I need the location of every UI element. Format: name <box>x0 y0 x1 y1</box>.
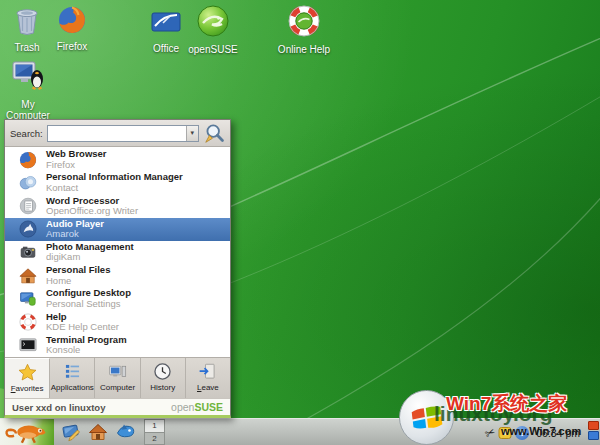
menu-item-subtitle: OpenOffice.org Writer <box>46 206 138 217</box>
menu-item-subtitle: Kontact <box>46 183 183 194</box>
menu-item-list: Web Browser Firefox Personal Information… <box>5 147 230 357</box>
opensuse-icon <box>195 3 231 39</box>
trash-icon <box>11 5 43 37</box>
menu-item-word-processor[interactable]: Word Processor OpenOffice.org Writer <box>5 194 230 217</box>
writer-icon <box>18 196 38 216</box>
desktop-icon-online-help[interactable]: Online Help <box>275 3 333 55</box>
menu-item-help[interactable]: Help KDE Help Center <box>5 311 230 334</box>
desktop-icon-firefox[interactable]: Firefox <box>43 4 101 52</box>
menu-item-subtitle: Home <box>46 276 110 287</box>
help-notifier-icon[interactable]: ? <box>515 426 529 440</box>
home-folder-icon[interactable] <box>88 422 108 442</box>
search-magnifier-icon[interactable] <box>203 121 225 145</box>
tab-label: Favorites <box>11 384 44 393</box>
tab-history[interactable]: History <box>141 358 186 398</box>
show-desktop-icon[interactable] <box>61 422 81 442</box>
office-icon <box>150 6 182 38</box>
desktop-icon-label: openSUSE <box>184 44 242 55</box>
kickoff-launcher-button[interactable] <box>0 419 54 445</box>
menu-item-subtitle: Firefox <box>46 160 107 171</box>
online-help-icon <box>286 3 322 39</box>
desktop-icon-label: My Computer <box>0 99 57 121</box>
desktop-icon-my-computer[interactable]: My Computer <box>0 58 57 121</box>
menu-tab-strip: Favorites Applications Computer <box>5 357 230 398</box>
desktop-pager: 1 2 <box>144 419 165 445</box>
taskbar-clock[interactable]: 06:34 pm <box>536 427 580 439</box>
help-icon <box>18 312 38 332</box>
suse-updater-icon[interactable] <box>498 426 512 440</box>
menu-search-bar: Search: ▾ <box>5 120 230 147</box>
desktop-icon-label: Firefox <box>43 41 101 52</box>
home-icon <box>18 266 38 286</box>
search-input[interactable] <box>48 126 186 141</box>
applications-icon <box>62 361 83 382</box>
amarok-icon <box>18 219 38 239</box>
menu-item-subtitle: Personal Settings <box>46 299 131 310</box>
desktop-icon-label: Online Help <box>275 44 333 55</box>
my-computer-icon <box>10 58 46 94</box>
menu-item-pim[interactable]: Personal Information Manager Kontact <box>5 171 230 194</box>
tab-favorites[interactable]: Favorites <box>5 358 50 398</box>
menu-item-subtitle: Amarok <box>46 229 104 240</box>
menu-item-web-browser[interactable]: Web Browser Firefox <box>5 148 230 171</box>
tab-leave[interactable]: Leave <box>186 358 230 398</box>
menu-item-terminal[interactable]: Terminal Program Konsole <box>5 334 230 357</box>
menu-item-subtitle: Konsole <box>46 345 127 356</box>
system-tray: ✂ ? 06:34 pm <box>485 419 580 445</box>
tab-label: Leave <box>197 383 219 392</box>
search-dropdown-arrow-icon[interactable]: ▾ <box>186 126 198 141</box>
desktop: Trash Firefox Office openSUSE <box>0 0 600 445</box>
desktop-icon-opensuse[interactable]: openSUSE <box>184 3 242 55</box>
settings-icon <box>18 289 38 309</box>
computer-icon <box>107 361 128 382</box>
menu-item-personal-files[interactable]: Personal Files Home <box>5 264 230 287</box>
opensuse-logo: openSUSE <box>171 401 223 413</box>
tab-label: Computer <box>100 383 135 392</box>
konsole-icon <box>18 335 38 355</box>
suse-chameleon-icon <box>1 420 53 445</box>
menu-item-subtitle: digiKam <box>46 252 134 263</box>
tab-computer[interactable]: Computer <box>95 358 140 398</box>
history-icon <box>152 361 173 382</box>
pager-desktop-2[interactable]: 2 <box>145 432 164 445</box>
menu-item-subtitle: KDE Help Center <box>46 322 119 333</box>
pager-desktop-1[interactable]: 1 <box>145 420 164 432</box>
klipper-icon[interactable]: ✂ <box>483 425 497 440</box>
search-label: Search: <box>10 128 43 139</box>
kontact-icon <box>18 173 38 193</box>
search-box: ▾ <box>47 125 199 142</box>
tab-applications[interactable]: Applications <box>50 358 95 398</box>
menu-item-photo-management[interactable]: Photo Management digiKam <box>5 241 230 264</box>
firefox-icon <box>18 150 38 170</box>
menu-item-audio-player[interactable]: Audio Player Amarok <box>5 218 230 241</box>
kopete-messenger-icon[interactable] <box>115 422 135 442</box>
brand-suse: SUSE <box>194 401 223 413</box>
tab-label: Applications <box>51 383 94 392</box>
digikam-icon <box>18 242 38 262</box>
menu-footer: User xxd on linuxtoy openSUSE <box>5 398 230 415</box>
kickoff-menu: Search: ▾ Web Browser Firefox <box>4 119 231 418</box>
firefox-icon <box>56 4 88 36</box>
footer-user-text: User xxd on linuxtoy <box>12 402 105 413</box>
leave-icon <box>197 361 218 382</box>
menu-item-configure-desktop[interactable]: Configure Desktop Personal Settings <box>5 287 230 310</box>
star-icon <box>17 362 38 383</box>
brand-open: open <box>171 401 194 413</box>
tab-label: History <box>150 383 175 392</box>
taskbar: 1 2 ✂ ? 06:34 pm <box>0 418 600 445</box>
